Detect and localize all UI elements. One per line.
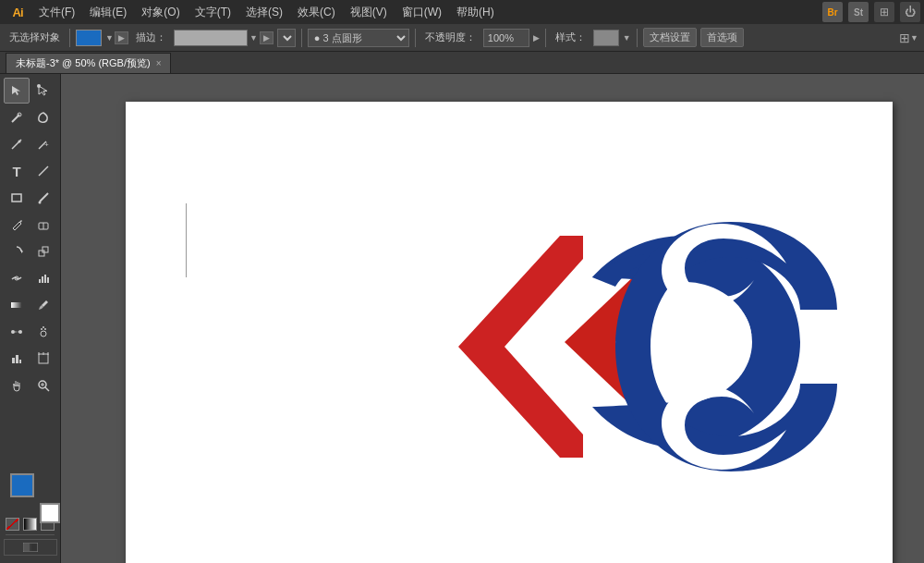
text-tool[interactable]: T bbox=[4, 158, 30, 184]
svg-rect-14 bbox=[39, 279, 41, 283]
path-artifact bbox=[186, 203, 187, 277]
gradient-tool[interactable] bbox=[4, 292, 30, 318]
tool-row-11 bbox=[2, 346, 58, 372]
eraser-tool[interactable] bbox=[30, 212, 56, 238]
no-selection-label: 无选择对象 bbox=[6, 31, 64, 44]
pencil-tool[interactable] bbox=[4, 212, 30, 238]
rect-tool[interactable] bbox=[4, 185, 30, 211]
magic-wand-tool[interactable] bbox=[4, 104, 30, 130]
arrange-arrow-icon: ▼ bbox=[910, 33, 918, 43]
svg-rect-39 bbox=[31, 544, 37, 551]
artboard-tool[interactable] bbox=[30, 346, 56, 372]
toolbar-sep-3 bbox=[415, 29, 416, 47]
pen-tool[interactable] bbox=[4, 131, 30, 157]
swatch-area bbox=[10, 473, 51, 514]
canvas-area bbox=[61, 74, 924, 563]
menu-effect[interactable]: 效果(C) bbox=[290, 2, 343, 23]
style-preview[interactable] bbox=[593, 30, 619, 46]
warp-tool[interactable] bbox=[4, 265, 30, 291]
menu-edit[interactable]: 编辑(E) bbox=[82, 2, 134, 23]
opacity-label: 不透明度： bbox=[421, 31, 480, 44]
tab-title: 未标题-3* @ 50% (RGB/预览) bbox=[16, 56, 151, 70]
svg-point-7 bbox=[39, 202, 42, 204]
toolbar-fill-color[interactable] bbox=[76, 30, 102, 46]
svg-rect-11 bbox=[39, 251, 44, 256]
eyedropper-tool[interactable] bbox=[30, 292, 56, 318]
stroke-arrow-icon: ▼ bbox=[249, 33, 258, 43]
blend-tool[interactable] bbox=[4, 319, 30, 345]
document-tab[interactable]: 未标题-3* @ 50% (RGB/预览) × bbox=[6, 53, 171, 73]
stock-icon[interactable]: St bbox=[848, 2, 869, 22]
menu-help[interactable]: 帮助(H) bbox=[449, 2, 502, 23]
toolbar: 无选择对象 ▼ ▶ 描边： ▼ ▶ ⬆ ⬇ ● 3 点圆形 不透明度： ▶ 样式… bbox=[0, 24, 924, 52]
stroke-preview[interactable] bbox=[174, 30, 248, 46]
tool-row-3: + bbox=[2, 131, 58, 157]
screen-mode-btn[interactable] bbox=[4, 539, 57, 556]
toolbar-sep-1 bbox=[69, 29, 70, 47]
column-graph-tool[interactable] bbox=[4, 346, 30, 372]
tool-row-7 bbox=[2, 239, 58, 264]
svg-rect-18 bbox=[11, 302, 22, 308]
svg-text:+: + bbox=[44, 141, 49, 149]
menu-view[interactable]: 视图(V) bbox=[343, 2, 395, 23]
svg-line-5 bbox=[39, 166, 48, 176]
fill-options-icon[interactable]: ▶ bbox=[115, 31, 128, 44]
fill-arrow-group: ▼ ▶ bbox=[105, 31, 128, 44]
title-bar: Ai 文件(F) 编辑(E) 对象(O) 文字(T) 选择(S) 效果(C) 视… bbox=[0, 0, 924, 24]
none-swatch[interactable] bbox=[6, 518, 19, 531]
menu-object[interactable]: 对象(O) bbox=[134, 2, 187, 23]
foreground-color-swatch[interactable] bbox=[10, 473, 34, 497]
hand-tool[interactable] bbox=[4, 373, 30, 398]
doc-settings-button[interactable]: 文档设置 bbox=[643, 28, 697, 47]
line-segment-tool[interactable] bbox=[30, 158, 56, 184]
zoom-tool[interactable] bbox=[30, 373, 56, 398]
artboard bbox=[126, 102, 893, 563]
arrange-icon[interactable]: ⊞ bbox=[874, 2, 894, 22]
svg-point-19 bbox=[11, 330, 15, 334]
tool-row-9 bbox=[2, 292, 58, 318]
text-tool-icon: T bbox=[12, 164, 20, 179]
background-color-swatch[interactable] bbox=[40, 503, 60, 523]
menu-file[interactable]: 文件(F) bbox=[31, 2, 82, 23]
svg-point-20 bbox=[18, 330, 22, 334]
menu-bar: 文件(F) 编辑(E) 对象(O) 文字(T) 选择(S) 效果(C) 视图(V… bbox=[31, 2, 822, 23]
svg-rect-29 bbox=[39, 354, 48, 363]
gradient-swatch[interactable] bbox=[23, 518, 37, 531]
tool-row-6 bbox=[2, 212, 58, 238]
svg-rect-27 bbox=[16, 355, 18, 363]
menu-window[interactable]: 窗口(W) bbox=[395, 2, 449, 23]
stroke-style-select[interactable]: ● 3 点圆形 bbox=[308, 29, 409, 47]
bar-chart-tool[interactable] bbox=[30, 265, 56, 291]
arrange-panels-icon[interactable]: ⊞ bbox=[899, 31, 910, 45]
direct-selection-tool[interactable] bbox=[30, 78, 56, 104]
paintbrush-tool[interactable] bbox=[30, 185, 56, 211]
bridge-icon[interactable]: Br bbox=[822, 2, 843, 22]
opacity-input[interactable] bbox=[483, 29, 529, 47]
tab-close-button[interactable]: × bbox=[156, 58, 162, 68]
stroke-options-icon[interactable]: ▶ bbox=[260, 31, 274, 44]
arrange-view-group: ⊞ ▼ bbox=[899, 31, 918, 45]
power-icon[interactable]: ⏻ bbox=[900, 2, 920, 22]
selection-tool[interactable] bbox=[4, 78, 30, 104]
tool-row-2 bbox=[2, 104, 58, 130]
rotate-tool[interactable] bbox=[4, 239, 30, 264]
svg-rect-28 bbox=[19, 360, 21, 363]
svg-marker-10 bbox=[21, 250, 23, 253]
stroke-width-select[interactable]: ⬆ ⬇ bbox=[277, 29, 296, 47]
add-anchor-tool[interactable]: + bbox=[30, 131, 56, 157]
toolbar-sep-5 bbox=[637, 29, 638, 47]
opacity-arrow-icon[interactable]: ▶ bbox=[533, 33, 540, 43]
tool-row-8 bbox=[2, 265, 58, 291]
preferences-button[interactable]: 首选项 bbox=[700, 28, 744, 47]
menu-text[interactable]: 文字(T) bbox=[188, 2, 238, 23]
symbol-sprayer-tool[interactable] bbox=[30, 319, 56, 345]
menu-select[interactable]: 选择(S) bbox=[238, 2, 290, 23]
ai-logo: Ai bbox=[4, 0, 31, 24]
svg-line-34 bbox=[45, 387, 49, 391]
main-area: + T bbox=[0, 74, 924, 563]
scale-tool[interactable] bbox=[30, 239, 56, 264]
svg-rect-17 bbox=[47, 277, 49, 283]
lasso-tool[interactable] bbox=[30, 104, 56, 130]
toolbar-sep-2 bbox=[301, 29, 302, 47]
tool-row-4: T bbox=[2, 158, 58, 184]
